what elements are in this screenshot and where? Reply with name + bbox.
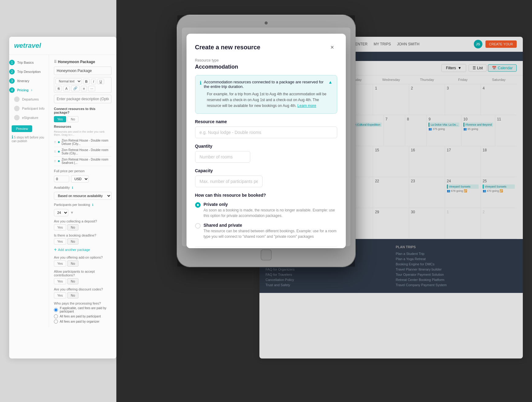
- radio-private-desc: As soon as a booking is made, the resour…: [204, 207, 337, 218]
- text-format-select[interactable]: Normal text: [55, 78, 82, 84]
- italic-btn[interactable]: I: [91, 79, 96, 84]
- nav-item-trip-description[interactable]: 2 Trip Description: [9, 67, 49, 76]
- list-btn[interactable]: ≡: [81, 86, 87, 91]
- package-description-input[interactable]: [54, 95, 111, 103]
- list-view-btn[interactable]: ☰ List: [469, 64, 487, 72]
- price-label: Full price per person: [54, 169, 111, 173]
- price-input[interactable]: [54, 176, 69, 182]
- footer-link-cancellation[interactable]: Cancellation Policy: [266, 278, 387, 282]
- quantity-input[interactable]: [195, 151, 250, 163]
- radio-private-label: Private only: [204, 202, 337, 207]
- radio-shared-label: Shared and private: [204, 223, 337, 228]
- deposit-yes-btn[interactable]: Yes: [54, 224, 66, 230]
- link-btn[interactable]: 🔗: [71, 85, 80, 91]
- info-box: ℹ Accommodation resources connected to a…: [195, 75, 337, 114]
- booking-option-shared[interactable]: Shared and private The resource can be s…: [195, 223, 337, 239]
- info-icon: ℹ: [200, 80, 202, 86]
- deposit-no-btn[interactable]: No: [67, 224, 78, 230]
- tablet-device: Create a new resource × Resource type Ac…: [177, 15, 355, 267]
- info-box-body: For example, for a trip from Aug 1st to …: [200, 91, 333, 109]
- cal-cell-nov7: 7: [384, 115, 405, 146]
- event-florence[interactable]: Florence and Beyond: [463, 123, 493, 127]
- more-btn[interactable]: ···: [88, 86, 95, 91]
- john-smith-link[interactable]: JOHN SMITH: [397, 42, 419, 46]
- nav-step-dep: [14, 97, 20, 102]
- deposit-label: Are you collecting a deposit?: [54, 219, 111, 223]
- cal-cell-nov1: 1: [373, 84, 409, 115]
- nav-item-departures[interactable]: Departures: [9, 95, 49, 104]
- package-title-label: Honeymoon Package: [58, 60, 95, 64]
- package-name-input[interactable]: [54, 66, 111, 75]
- preview-button[interactable]: Preview: [12, 125, 32, 132]
- participants-select[interactable]: 24: [54, 209, 68, 216]
- discount-no-btn[interactable]: No: [67, 292, 78, 298]
- event-vineyard-1[interactable]: Vineyard Sunsets: [447, 184, 479, 189]
- connect-yes-btn[interactable]: Yes: [54, 116, 66, 122]
- cal-cell-nov23: 23: [409, 177, 445, 208]
- nav-item-pricing[interactable]: 4 Pricing ›: [9, 85, 49, 95]
- fees-label: Who pays the processing fees?: [54, 302, 111, 305]
- radio-shared-desc: The resource can be shared between diffe…: [204, 228, 337, 239]
- nav-item-itinerary[interactable]: 3 Itinerary: [9, 76, 49, 85]
- deadline-yes-btn[interactable]: Yes: [54, 238, 66, 245]
- contrib-yes-btn[interactable]: Yes: [54, 278, 66, 284]
- cal-cell-nov16: 16: [409, 146, 445, 177]
- footer-link-itinerary-builder[interactable]: Travel Planner Itinerary builder: [396, 267, 517, 271]
- my-trips-link[interactable]: MY TRIPS: [374, 42, 391, 46]
- info-chevron-icon[interactable]: ▲: [328, 80, 333, 85]
- contrib-no-btn[interactable]: No: [67, 278, 78, 284]
- bold-btn[interactable]: B: [83, 79, 90, 84]
- footer-link-tour-operator[interactable]: Tour Operator Payment Solution: [396, 273, 517, 276]
- currency-select[interactable]: USD: [71, 175, 89, 183]
- resource-item-3[interactable]: ⠿ Zion Retreat House - Double room Seafr…: [54, 157, 111, 166]
- radio-shared-circle: [195, 223, 201, 229]
- color-btn[interactable]: A: [63, 86, 70, 91]
- cal-cell-nov17: 17: [445, 146, 481, 177]
- event-vineyard-2[interactable]: Vineyard Sunsets: [483, 184, 515, 189]
- tablet-screen: Create a new resource × Resource type Ac…: [182, 28, 350, 246]
- steps-left-text: ℹ 5 steps left before you can publish: [9, 135, 49, 143]
- connect-no-btn[interactable]: No: [67, 116, 78, 122]
- deadline-no-btn[interactable]: No: [67, 238, 78, 245]
- calendar-view-btn[interactable]: 📅 Calendar: [488, 64, 517, 72]
- nav-item-trip-basics[interactable]: 1 Trip Basics: [9, 58, 49, 67]
- availability-select[interactable]: Based on resource availability: [54, 192, 111, 200]
- footer-link-faq-travelers[interactable]: FAQ for Travelers: [266, 273, 387, 276]
- capacity-input[interactable]: [195, 176, 262, 187]
- strikethrough-btn[interactable]: S: [55, 86, 62, 91]
- footer-link-booking-engine[interactable]: Booking Engine for DMCs: [396, 262, 517, 266]
- footer-link-student-trip[interactable]: Plan a Student Trip: [396, 252, 517, 256]
- resources-info: Resources are used in the order you rank…: [54, 130, 111, 136]
- add-another-package[interactable]: + Add another package: [54, 247, 111, 252]
- footer-link-faq-organizers[interactable]: FAQ for Organizers: [266, 267, 387, 271]
- underline-btn[interactable]: U: [97, 79, 104, 84]
- cal-cell-nov3: 3: [445, 84, 481, 115]
- create-trip-button[interactable]: CREATE YOUR: [485, 40, 517, 48]
- resource-item-2[interactable]: ⠿ Zion Retreat House - Double room Suite…: [54, 147, 111, 157]
- addon-no-btn[interactable]: No: [67, 260, 78, 267]
- availability-label: Availability ℹ: [54, 186, 111, 189]
- footer-link-retreat-center[interactable]: Retreat Center Booking Platform: [396, 278, 517, 282]
- connect-label: Connect resources to this package?: [54, 107, 111, 114]
- discount-yes-btn[interactable]: Yes: [54, 292, 66, 298]
- modal-close-button[interactable]: ×: [327, 42, 337, 52]
- cal-cell-nov24: 24 Vineyard Sunsets 👥 678 going 🔁: [445, 177, 481, 208]
- fee-option-2[interactable]: All fees are paid by participant: [54, 314, 111, 318]
- fee-option-3[interactable]: All fees are paid by organizer: [54, 320, 111, 324]
- footer-link-travel-company[interactable]: Travel Company Payment System: [396, 283, 517, 287]
- nav-item-participant-info[interactable]: Participant Info: [9, 104, 49, 113]
- nav-item-esignature[interactable]: eSignature: [9, 113, 49, 122]
- footer-link-trust-safety[interactable]: Trust and Safety: [266, 283, 387, 287]
- booking-option-private[interactable]: Private only As soon as a booking is mad…: [195, 202, 337, 218]
- day-header-thu: Thursday: [409, 75, 445, 84]
- event-la-dolce[interactable]: La Dolce Vita: La Do...: [428, 123, 459, 127]
- learn-more-link[interactable]: Learn more: [297, 104, 316, 108]
- nav-step-part: [14, 106, 20, 111]
- footer-link-yoga-retreat[interactable]: Plan a Yoga Retreat: [396, 257, 517, 261]
- resource-name-label: Resource name: [195, 119, 337, 124]
- resource-item-1[interactable]: ⠿ Zion Retreat House - Double room Delux…: [54, 138, 111, 147]
- resource-name-input[interactable]: [195, 127, 337, 138]
- filters-button[interactable]: Filters ▼: [441, 64, 466, 72]
- addon-yes-btn[interactable]: Yes: [54, 260, 66, 267]
- fee-option-1[interactable]: If applicable, card fees are paid by par…: [54, 306, 111, 313]
